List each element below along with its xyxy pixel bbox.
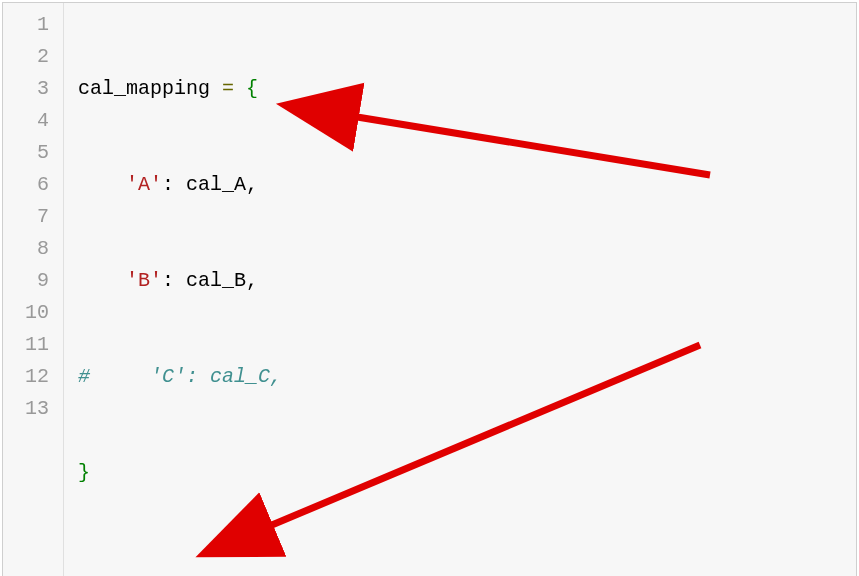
code-line[interactable]: cal_mapping = { (78, 73, 856, 105)
code-line[interactable]: 'B': cal_B, (78, 265, 856, 297)
line-number: 9 (3, 265, 49, 297)
line-number: 12 (3, 361, 49, 393)
code-editor[interactable]: 1 2 3 4 5 6 7 8 9 10 11 12 13 cal_mappin… (3, 3, 856, 576)
line-number-gutter: 1 2 3 4 5 6 7 8 9 10 11 12 13 (3, 3, 63, 576)
line-number: 10 (3, 297, 49, 329)
line-number: 7 (3, 201, 49, 233)
code-line[interactable]: } (78, 457, 856, 489)
code-content[interactable]: cal_mapping = { 'A': cal_A, 'B': cal_B, … (63, 3, 856, 576)
code-line-commented[interactable]: # 'C': cal_C, (78, 361, 856, 393)
line-number: 5 (3, 137, 49, 169)
line-number: 8 (3, 233, 49, 265)
line-number: 4 (3, 105, 49, 137)
code-line[interactable]: 'A': cal_A, (78, 169, 856, 201)
line-number: 11 (3, 329, 49, 361)
code-line-blank[interactable] (78, 553, 856, 576)
line-number: 1 (3, 9, 49, 41)
line-number: 13 (3, 393, 49, 425)
code-cell: 1 2 3 4 5 6 7 8 9 10 11 12 13 cal_mappin… (2, 2, 857, 576)
line-number: 2 (3, 41, 49, 73)
line-number: 6 (3, 169, 49, 201)
line-number: 3 (3, 73, 49, 105)
